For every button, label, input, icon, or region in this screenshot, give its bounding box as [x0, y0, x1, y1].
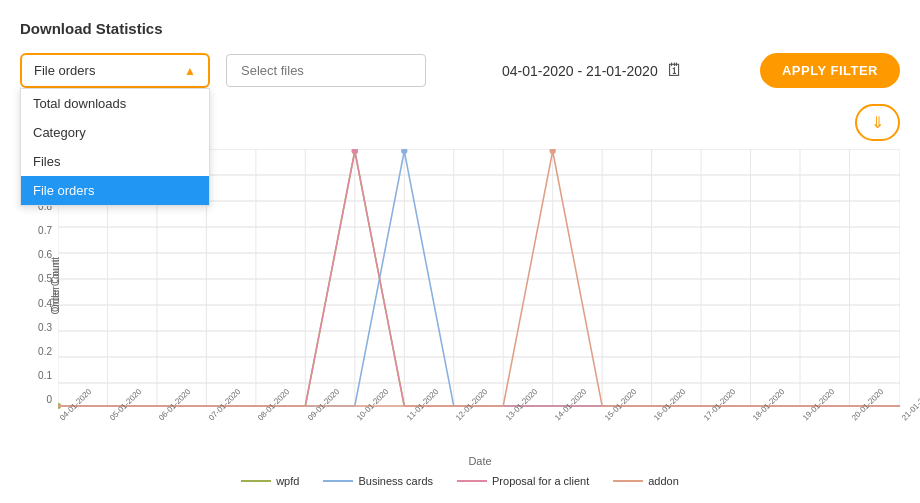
page-container: Download Statistics File orders ▲ Total … [0, 0, 920, 503]
dropdown-item-category[interactable]: Category [21, 118, 209, 147]
legend-label-addon: addon [648, 475, 679, 487]
calendar-icon[interactable]: 🗓 [666, 60, 684, 81]
legend-color-wpfd [241, 480, 271, 482]
legend-label-wpfd: wpfd [276, 475, 299, 487]
addon-peak-dot [550, 149, 556, 154]
chart-legend: wpfd Business cards Proposal for a clien… [20, 475, 900, 487]
apply-filter-button[interactable]: APPLY FILTER [760, 53, 900, 88]
dropdown-menu: Total downloads Category Files File orde… [20, 88, 210, 206]
legend-color-proposal [457, 480, 487, 482]
date-range-section: 04-01-2020 - 21-01-2020 🗓 [502, 60, 684, 81]
y-tick-07: 0.7 [38, 225, 52, 236]
select-files-input[interactable] [226, 54, 426, 87]
y-tick-01: 0.1 [38, 370, 52, 381]
y-tick-02: 0.2 [38, 346, 52, 357]
legend-color-business-cards [323, 480, 353, 482]
filter-dropdown[interactable]: File orders ▲ Total downloads Category F… [20, 53, 210, 88]
page-title: Download Statistics [20, 20, 900, 37]
legend-label-proposal: Proposal for a client [492, 475, 589, 487]
business-peak-dot [401, 149, 407, 154]
legend-color-addon [613, 480, 643, 482]
chevron-up-icon: ▲ [184, 64, 196, 78]
legend-item-addon: addon [613, 475, 679, 487]
controls-bar: File orders ▲ Total downloads Category F… [20, 53, 900, 88]
legend-item-wpfd: wpfd [241, 475, 299, 487]
dropdown-item-file-orders[interactable]: File orders [21, 176, 209, 205]
x-axis-labels: 04-01-2020 05-01-2020 06-01-2020 07-01-2… [58, 416, 900, 425]
dropdown-selected-label: File orders [34, 63, 95, 78]
dropdown-item-files[interactable]: Files [21, 147, 209, 176]
date-range-text: 04-01-2020 - 21-01-2020 [502, 63, 658, 79]
y-tick-00: 0 [46, 394, 52, 405]
legend-item-proposal: Proposal for a client [457, 475, 589, 487]
legend-label-business-cards: Business cards [358, 475, 433, 487]
download-button[interactable]: ⇓ [855, 104, 900, 141]
dropdown-button[interactable]: File orders ▲ [20, 53, 210, 88]
x-axis-label: Date [60, 455, 900, 467]
y-tick-03: 0.3 [38, 322, 52, 333]
y-axis-label-text: Order Count [50, 257, 61, 312]
dropdown-item-total-downloads[interactable]: Total downloads [21, 89, 209, 118]
legend-item-business-cards: Business cards [323, 475, 433, 487]
proposal-peak-dot [352, 149, 358, 154]
